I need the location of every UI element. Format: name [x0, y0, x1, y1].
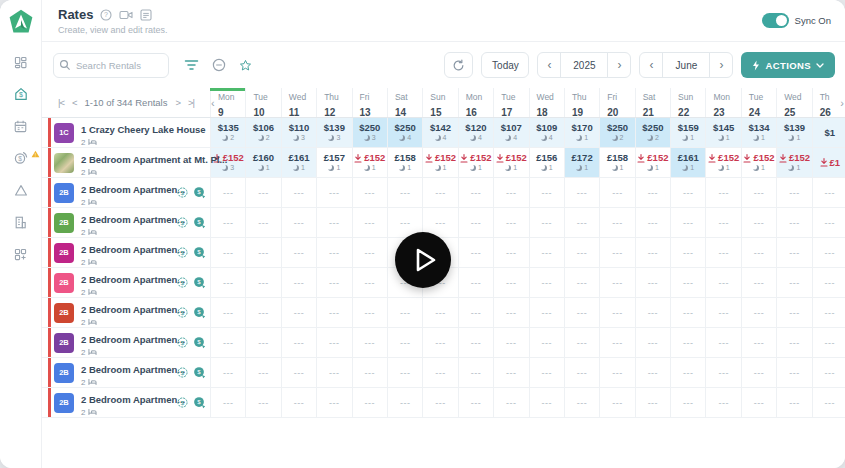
rate-cell[interactable]: $2502	[599, 118, 634, 147]
rate-cell[interactable]: ---	[670, 178, 705, 207]
rate-cell[interactable]: ---	[493, 208, 528, 237]
rental-name-cell[interactable]: 2B2 Bedroom Apartmen...2 $$	[42, 208, 210, 237]
edit-rate-icon[interactable]: $	[193, 276, 206, 289]
rate-cell[interactable]: $1074	[493, 118, 528, 147]
rate-cell[interactable]: $1103	[281, 118, 316, 147]
rate-cell[interactable]: ---	[599, 328, 634, 357]
rate-cell[interactable]: ---	[458, 208, 493, 237]
rate-cell[interactable]: ---	[776, 358, 811, 387]
rental-name-cell[interactable]: 2B2 Bedroom Apartmen...2 $$	[42, 268, 210, 297]
rate-cell[interactable]: ---	[316, 268, 351, 297]
edit-rate-icon[interactable]: $	[193, 366, 206, 379]
rate-cell[interactable]: $1204	[458, 118, 493, 147]
rate-cell[interactable]: ---	[281, 178, 316, 207]
rate-cell[interactable]: ---	[458, 328, 493, 357]
rate-cell[interactable]: £1581	[387, 148, 422, 177]
sync-toggle[interactable]	[762, 13, 789, 28]
rate-cell[interactable]: ---	[705, 208, 740, 237]
rate-cell[interactable]: ---	[245, 208, 280, 237]
rate-cell[interactable]: ---	[316, 208, 351, 237]
rate-cell[interactable]: ---	[705, 268, 740, 297]
rate-cell[interactable]: ---	[741, 388, 776, 417]
rate-cell[interactable]: ---	[812, 328, 845, 357]
rate-cell[interactable]: ---	[599, 178, 634, 207]
rate-cell[interactable]: ---	[564, 358, 599, 387]
rate-cell[interactable]: ---	[599, 388, 634, 417]
rate-cell[interactable]: ---	[210, 268, 245, 297]
rate-cell[interactable]: ---	[705, 238, 740, 267]
rate-cell[interactable]: ---	[599, 208, 634, 237]
rate-cell[interactable]: ---	[776, 238, 811, 267]
rate-cell[interactable]: £1611	[281, 148, 316, 177]
rate-cell[interactable]: $1352	[210, 118, 245, 147]
rate-cell[interactable]: ---	[245, 178, 280, 207]
prev-days-arrow[interactable]: ‹	[211, 97, 215, 109]
rate-cell[interactable]: ---	[493, 238, 528, 267]
rate-cell[interactable]: ---	[529, 208, 564, 237]
rental-name-cell[interactable]: 2B2 Bedroom Apartmen...2 $$	[42, 178, 210, 207]
rate-cell[interactable]: £1561	[529, 148, 564, 177]
rate-cell[interactable]: ---	[316, 298, 351, 327]
year-next-button[interactable]: ›	[607, 52, 631, 78]
rate-cell[interactable]: ---	[245, 358, 280, 387]
rate-cell[interactable]: £1581	[599, 148, 634, 177]
minus-circle-icon[interactable]	[212, 58, 226, 72]
rate-cell[interactable]: $1094	[529, 118, 564, 147]
sidebar-item-rates[interactable]: $	[0, 78, 42, 110]
rate-settings-icon[interactable]: $	[176, 366, 189, 379]
pagination-last-button[interactable]: >|	[188, 97, 194, 108]
rate-cell[interactable]: ---	[812, 238, 845, 267]
rate-cell[interactable]: ---	[599, 298, 634, 327]
rate-cell[interactable]: ---	[352, 268, 387, 297]
rate-cell[interactable]: ---	[493, 268, 528, 297]
rate-cell[interactable]: ---	[352, 238, 387, 267]
rate-cell[interactable]: ---	[529, 268, 564, 297]
rate-cell[interactable]: £1521	[493, 148, 528, 177]
rental-name-cell[interactable]: 2B2 Bedroom Apartmen...2 $$	[42, 298, 210, 327]
rate-cell[interactable]: ---	[422, 298, 457, 327]
app-logo-icon[interactable]	[8, 8, 34, 34]
rate-cell[interactable]: ---	[316, 358, 351, 387]
rate-cell[interactable]: ---	[670, 298, 705, 327]
rate-cell[interactable]: ---	[670, 358, 705, 387]
rate-cell[interactable]: $2504	[387, 118, 422, 147]
rate-cell[interactable]: ---	[245, 298, 280, 327]
sidebar-item-integrations[interactable]	[0, 238, 42, 270]
rate-cell[interactable]: $1424	[422, 118, 457, 147]
rate-cell[interactable]: ---	[210, 388, 245, 417]
rate-cell[interactable]: £1571	[316, 148, 351, 177]
rate-settings-icon[interactable]: $	[176, 396, 189, 409]
month-next-button[interactable]: ›	[709, 52, 733, 78]
filter-icon[interactable]	[184, 59, 199, 71]
month-prev-button[interactable]: ‹	[639, 52, 663, 78]
rate-cell[interactable]: ---	[458, 388, 493, 417]
rate-cell[interactable]: ---	[812, 208, 845, 237]
rate-cell[interactable]: ---	[529, 298, 564, 327]
actions-button[interactable]: ACTIONS	[741, 52, 835, 78]
rate-cell[interactable]: £1611	[670, 148, 705, 177]
rate-cell[interactable]: ---	[741, 298, 776, 327]
rate-cell[interactable]: ---	[599, 358, 634, 387]
rate-cell[interactable]: ---	[812, 298, 845, 327]
sidebar-item-channels[interactable]	[0, 174, 42, 206]
rate-cell[interactable]: $1451	[705, 118, 740, 147]
rate-cell[interactable]: ---	[210, 298, 245, 327]
rate-cell[interactable]: ---	[210, 208, 245, 237]
rate-cell[interactable]: $2503	[352, 118, 387, 147]
rate-cell[interactable]: ---	[210, 328, 245, 357]
rate-cell[interactable]: ---	[352, 388, 387, 417]
rate-cell[interactable]: ---	[670, 208, 705, 237]
rate-cell[interactable]: ---	[352, 178, 387, 207]
rate-cell[interactable]: ---	[210, 238, 245, 267]
rate-cell[interactable]: ---	[245, 268, 280, 297]
rate-cell[interactable]: £1	[812, 148, 845, 177]
rate-cell[interactable]: ---	[316, 388, 351, 417]
rate-cell[interactable]: £1721	[564, 148, 599, 177]
pagination-first-button[interactable]: |<	[58, 97, 64, 108]
rate-settings-icon[interactable]: $	[176, 186, 189, 199]
rate-cell[interactable]: £1521	[776, 148, 811, 177]
pagination-next-button[interactable]: >	[175, 97, 180, 108]
rate-cell[interactable]: ---	[812, 358, 845, 387]
rate-cell[interactable]: ---	[812, 268, 845, 297]
rate-cell[interactable]: ---	[564, 268, 599, 297]
